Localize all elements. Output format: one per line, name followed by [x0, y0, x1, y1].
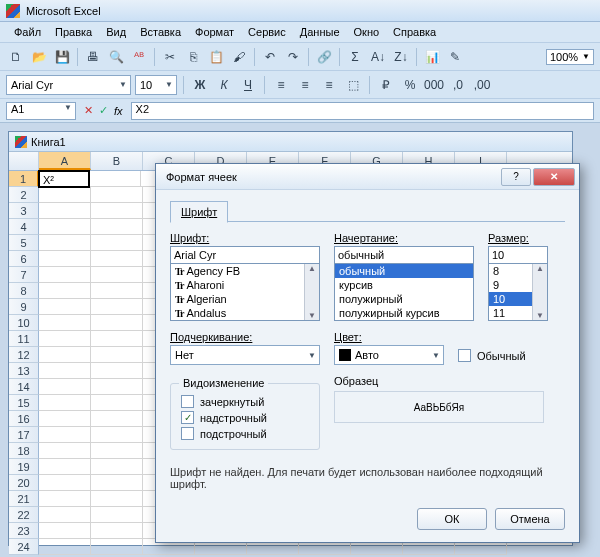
- select-all-corner[interactable]: [9, 152, 39, 170]
- cell[interactable]: [91, 235, 143, 251]
- cell[interactable]: [39, 299, 91, 315]
- cell[interactable]: [39, 187, 91, 203]
- cell[interactable]: [39, 331, 91, 347]
- cell[interactable]: [39, 363, 91, 379]
- align-left-icon[interactable]: ≡: [271, 75, 291, 95]
- menu-window[interactable]: Окно: [348, 24, 386, 40]
- menu-help[interactable]: Справка: [387, 24, 442, 40]
- font-name-input[interactable]: [170, 246, 320, 264]
- link-icon[interactable]: 🔗: [314, 47, 334, 67]
- paste-icon[interactable]: 📋: [206, 47, 226, 67]
- row-header[interactable]: 20: [9, 475, 39, 491]
- menu-view[interactable]: Вид: [100, 24, 132, 40]
- menu-data[interactable]: Данные: [294, 24, 346, 40]
- cell[interactable]: [91, 299, 143, 315]
- cell[interactable]: [91, 539, 143, 555]
- cell[interactable]: [39, 411, 91, 427]
- cell[interactable]: [39, 315, 91, 331]
- cell[interactable]: X²: [38, 170, 90, 188]
- merge-icon[interactable]: ⬚: [343, 75, 363, 95]
- row-header[interactable]: 6: [9, 251, 39, 267]
- row-header[interactable]: 22: [9, 507, 39, 523]
- cell[interactable]: [91, 491, 143, 507]
- font-size-combo[interactable]: 10: [135, 75, 177, 95]
- workbook-titlebar[interactable]: Книга1: [9, 132, 572, 152]
- open-icon[interactable]: 📂: [29, 47, 49, 67]
- cell[interactable]: [39, 395, 91, 411]
- cell[interactable]: [91, 283, 143, 299]
- align-right-icon[interactable]: ≡: [319, 75, 339, 95]
- cell[interactable]: [39, 235, 91, 251]
- cell[interactable]: [39, 267, 91, 283]
- scrollbar[interactable]: [532, 264, 547, 320]
- cell[interactable]: [39, 459, 91, 475]
- percent-icon[interactable]: %: [400, 75, 420, 95]
- row-header[interactable]: 13: [9, 363, 39, 379]
- col-header[interactable]: B: [91, 152, 143, 170]
- preview-icon[interactable]: 🔍: [106, 47, 126, 67]
- cell[interactable]: [91, 411, 143, 427]
- chart-icon[interactable]: 📊: [422, 47, 442, 67]
- col-header[interactable]: A: [39, 152, 91, 170]
- cell[interactable]: [91, 203, 143, 219]
- row-header[interactable]: 15: [9, 395, 39, 411]
- style-listbox[interactable]: обычный курсив полужирный полужирный кур…: [334, 263, 474, 321]
- cell[interactable]: [91, 427, 143, 443]
- drawing-icon[interactable]: ✎: [445, 47, 465, 67]
- cell[interactable]: [91, 363, 143, 379]
- normal-checkbox[interactable]: [458, 349, 471, 362]
- zoom-combo[interactable]: 100%▼: [546, 49, 594, 65]
- cell[interactable]: [39, 475, 91, 491]
- cell[interactable]: [91, 475, 143, 491]
- row-header[interactable]: 17: [9, 427, 39, 443]
- new-icon[interactable]: 🗋: [6, 47, 26, 67]
- ok-button[interactable]: ОК: [417, 508, 487, 530]
- cell[interactable]: [91, 507, 143, 523]
- font-size-input[interactable]: [488, 246, 548, 264]
- row-header[interactable]: 8: [9, 283, 39, 299]
- cell[interactable]: [91, 459, 143, 475]
- row-header[interactable]: 11: [9, 331, 39, 347]
- row-header[interactable]: 12: [9, 347, 39, 363]
- tab-font[interactable]: Шрифт: [170, 201, 228, 223]
- menu-file[interactable]: Файл: [8, 24, 47, 40]
- cell[interactable]: [39, 283, 91, 299]
- currency-icon[interactable]: ₽: [376, 75, 396, 95]
- row-header[interactable]: 1: [9, 171, 39, 187]
- sort-desc-icon[interactable]: Z↓: [391, 47, 411, 67]
- cell[interactable]: [91, 395, 143, 411]
- row-header[interactable]: 23: [9, 523, 39, 539]
- cell[interactable]: [39, 523, 91, 539]
- font-style-input[interactable]: [334, 246, 474, 264]
- copy-icon[interactable]: ⎘: [183, 47, 203, 67]
- row-header[interactable]: 9: [9, 299, 39, 315]
- row-header[interactable]: 19: [9, 459, 39, 475]
- row-header[interactable]: 7: [9, 267, 39, 283]
- sort-asc-icon[interactable]: A↓: [368, 47, 388, 67]
- format-painter-icon[interactable]: 🖌: [229, 47, 249, 67]
- redo-icon[interactable]: ↷: [283, 47, 303, 67]
- color-combo[interactable]: Авто: [334, 345, 444, 365]
- cancel-formula-icon[interactable]: ✕: [84, 104, 93, 117]
- row-header[interactable]: 10: [9, 315, 39, 331]
- cell[interactable]: [39, 251, 91, 267]
- menu-edit[interactable]: Правка: [49, 24, 98, 40]
- bold-icon[interactable]: Ж: [190, 75, 210, 95]
- cell[interactable]: [39, 427, 91, 443]
- row-header[interactable]: 16: [9, 411, 39, 427]
- cancel-button[interactable]: Отмена: [495, 508, 565, 530]
- name-box[interactable]: A1: [6, 102, 76, 120]
- spellcheck-icon[interactable]: ᴬᴮ: [129, 47, 149, 67]
- menu-tools[interactable]: Сервис: [242, 24, 292, 40]
- superscript-checkbox[interactable]: ✓: [181, 411, 194, 424]
- row-header[interactable]: 3: [9, 203, 39, 219]
- dialog-titlebar[interactable]: Формат ячеек ? ✕: [156, 164, 579, 190]
- row-header[interactable]: 24: [9, 539, 39, 555]
- cell[interactable]: [89, 171, 141, 187]
- cell[interactable]: [91, 251, 143, 267]
- align-center-icon[interactable]: ≡: [295, 75, 315, 95]
- cell[interactable]: [91, 443, 143, 459]
- dialog-help-button[interactable]: ?: [501, 168, 531, 186]
- size-listbox[interactable]: 8 9 10 11: [488, 263, 548, 321]
- cell[interactable]: [91, 267, 143, 283]
